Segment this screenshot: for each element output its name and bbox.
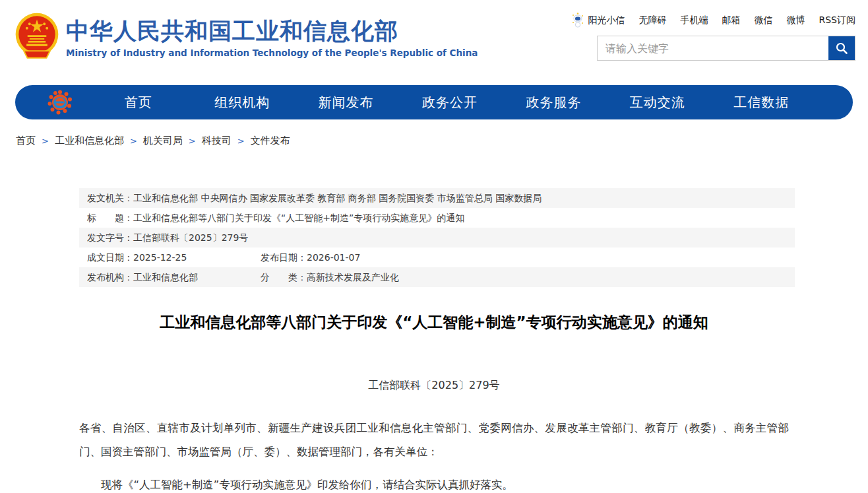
national-emblem-logo xyxy=(15,13,59,61)
breadcrumb-separator: > xyxy=(237,136,245,146)
search-button[interactable] xyxy=(828,36,855,60)
search-icon xyxy=(835,42,848,55)
article-paragraph-body: 现将《“人工智能+制造”专项行动实施意见》印发给你们，请结合实际认真抓好落实。 xyxy=(79,473,789,493)
document-number: 工信部联科〔2025〕279号 xyxy=(0,379,868,393)
meta-row-org-category: 发布机构：工业和信息化部 分 类：高新技术发展及产业化 xyxy=(79,267,795,287)
breadcrumb-separator: > xyxy=(42,136,49,146)
nav-items: 首页 组织机构 新闻发布 政务公开 政务服务 互动交流 工信数据 xyxy=(73,94,853,112)
utility-link-label: 阳光小信 xyxy=(588,15,625,26)
nav-item-miit-data[interactable]: 工信数据 xyxy=(710,94,813,112)
article-title: 工业和信息化部等八部门关于印发《“人工智能+制造”专项行动实施意见》的通知 xyxy=(59,312,809,333)
meta-value-doc-no: 工信部联科〔2025〕279号 xyxy=(133,232,248,243)
breadcrumb-separator: > xyxy=(189,136,196,146)
meta-value-issuing-org: 工业和信息化部 中央网信办 国家发展改革委 教育部 商务部 国务院国资委 市场监… xyxy=(133,193,542,203)
breadcrumb-document-release[interactable]: 文件发布 xyxy=(251,135,290,147)
meta-value-publish-date: 2026-01-07 xyxy=(307,252,360,263)
nav-item-interaction[interactable]: 互动交流 xyxy=(605,94,709,112)
utility-link-rss[interactable]: RSS订阅 xyxy=(819,15,855,26)
main-content: 发文机关：工业和信息化部 中央网信办 国家发展改革委 教育部 商务部 国务院国资… xyxy=(0,188,868,493)
nav-item-home[interactable]: 首页 xyxy=(86,94,190,112)
breadcrumb-miit[interactable]: 工业和信息化部 xyxy=(55,135,124,147)
miit-gear-e-logo-icon xyxy=(47,89,73,115)
nav-item-news[interactable]: 新闻发布 xyxy=(294,94,398,112)
utility-link-sunshine-xiaoxin[interactable]: 阳光小信 xyxy=(571,13,625,28)
article-paragraph-addressees: 各省、自治区、直辖市及计划单列市、新疆生产建设兵团工业和信息化主管部门、党委网信… xyxy=(79,416,789,464)
meta-cell-category: 分 类：高新技术发展及产业化 xyxy=(253,272,399,282)
main-nav: 首页 组织机构 新闻发布 政务公开 政务服务 互动交流 工信数据 xyxy=(15,85,853,119)
meta-row-title: 标 题：工业和信息化部等八部门关于印发《“人工智能+制造”专项行动实施意见》的通… xyxy=(79,208,795,228)
document-meta-table: 发文机关：工业和信息化部 中央网信办 国家发展改革委 教育部 商务部 国务院国资… xyxy=(79,188,795,287)
breadcrumb-separator: > xyxy=(130,136,137,146)
meta-label-publish-date: 发布日期： xyxy=(261,252,307,263)
site-header: 中华人民共和国工业和信息化部 Ministry of Industry and … xyxy=(0,0,868,85)
utility-link-weibo[interactable]: 微博 xyxy=(786,15,805,26)
meta-cell-written-date: 成文日期：2025-12-25 xyxy=(79,252,253,263)
meta-label-issuing-org: 发文机关： xyxy=(87,193,133,203)
meta-label-written-date: 成文日期： xyxy=(87,252,133,263)
breadcrumb-departments[interactable]: 机关司局 xyxy=(143,135,183,147)
breadcrumb-science-tech-dept[interactable]: 科技司 xyxy=(202,135,232,147)
search-bar xyxy=(597,36,855,61)
utility-link-accessibility[interactable]: 无障碍 xyxy=(638,15,666,26)
meta-row-doc-no: 发文字号：工信部联科〔2025〕279号 xyxy=(79,228,795,247)
meta-label-doc-no: 发文字号： xyxy=(87,232,133,243)
meta-cell-publish-org: 发布机构：工业和信息化部 xyxy=(79,272,253,282)
meta-value-category: 高新技术发展及产业化 xyxy=(307,272,399,282)
breadcrumb: 首页 > 工业和信息化部 > 机关司局 > 科技司 > 文件发布 xyxy=(16,135,868,147)
utility-links: 阳光小信 无障碍 手机端 邮箱 微信 微博 RSS订阅 xyxy=(571,13,855,28)
page: 中华人民共和国工业和信息化部 Ministry of Industry and … xyxy=(0,0,868,493)
mascot-icon xyxy=(571,13,584,28)
meta-label-publish-org: 发布机构： xyxy=(87,272,133,282)
meta-value-publish-org: 工业和信息化部 xyxy=(133,272,198,282)
meta-value-written-date: 2025-12-25 xyxy=(133,252,187,263)
national-emblem-icon xyxy=(15,13,59,61)
utility-link-mail[interactable]: 邮箱 xyxy=(722,15,740,26)
meta-cell-publish-date: 发布日期：2026-01-07 xyxy=(253,252,360,263)
meta-row-dates: 成文日期：2025-12-25 发布日期：2026-01-07 xyxy=(79,247,795,267)
meta-label-title: 标 题： xyxy=(87,213,133,223)
meta-value-title: 工业和信息化部等八部门关于印发《“人工智能+制造”专项行动实施意见》的通知 xyxy=(133,213,464,223)
nav-item-organization[interactable]: 组织机构 xyxy=(190,94,294,112)
site-subtitle: Ministry of Industry and Information Tec… xyxy=(66,48,478,58)
meta-row-issuing-org: 发文机关：工业和信息化部 中央网信办 国家发展改革委 教育部 商务部 国务院国资… xyxy=(79,188,795,208)
nav-item-gov-disclosure[interactable]: 政务公开 xyxy=(398,94,501,112)
breadcrumb-home[interactable]: 首页 xyxy=(16,135,36,147)
meta-label-category: 分 类： xyxy=(261,272,307,282)
site-title: 中华人民共和国工业和信息化部 xyxy=(66,18,478,44)
nav-item-gov-services[interactable]: 政务服务 xyxy=(502,94,605,112)
site-titles: 中华人民共和国工业和信息化部 Ministry of Industry and … xyxy=(66,18,478,58)
utility-link-wechat[interactable]: 微信 xyxy=(754,15,772,26)
search-input[interactable] xyxy=(598,36,828,60)
utility-link-mobile[interactable]: 手机端 xyxy=(680,15,708,26)
